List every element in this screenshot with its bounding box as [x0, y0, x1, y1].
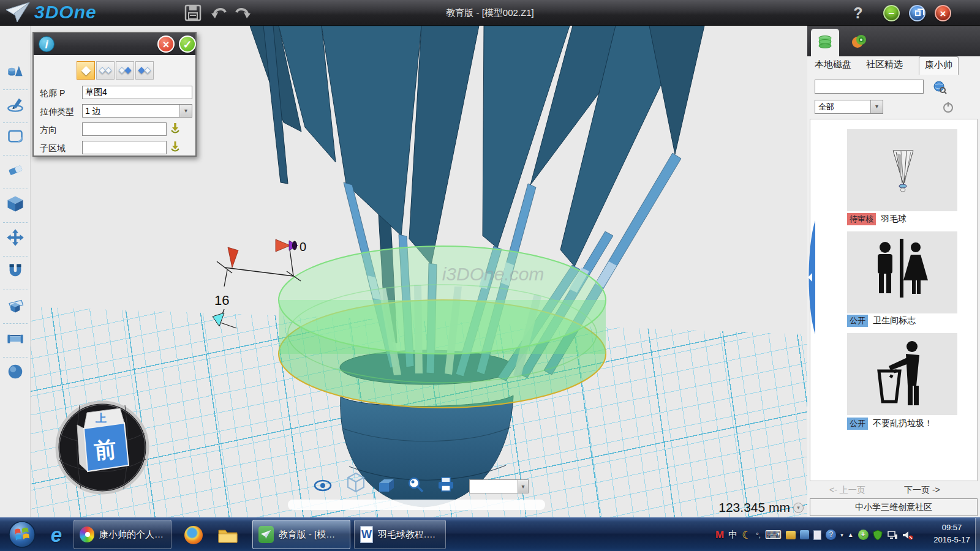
tray-ime-icon[interactable]: 中 — [728, 529, 737, 541]
tray-shield-icon[interactable] — [873, 530, 883, 541]
model-label[interactable]: 卫生间标志 — [873, 315, 916, 326]
tray-document-icon[interactable] — [813, 530, 821, 540]
tool-measure[interactable] — [5, 327, 26, 350]
profile-input[interactable] — [82, 86, 192, 99]
save-icon[interactable] — [184, 4, 202, 22]
next-page-button[interactable]: 下一页 -> — [904, 485, 940, 496]
mode-base-button[interactable] — [77, 61, 95, 80]
tray-360-icon[interactable]: + — [858, 530, 869, 540]
taskbar-window-3done[interactable]: 教育版 - [模型00... — [252, 520, 350, 549]
extrude-dialog: i × ✓ 轮廓 P 拉伸类型 1 边▾ 方向 子区域 — [32, 32, 197, 157]
direction-input[interactable] — [82, 122, 167, 136]
filter-value: 全部 — [818, 102, 834, 111]
tab-user[interactable]: 康小帅 — [919, 56, 959, 75]
firefox-taskbar-icon[interactable] — [181, 523, 206, 547]
search-input[interactable] — [815, 80, 924, 94]
tray-help-icon[interactable]: ? — [826, 530, 836, 540]
model-label[interactable]: 不要乱扔垃圾！ — [873, 418, 933, 429]
view-scale-dropdown[interactable] — [469, 479, 518, 493]
pinwheel-icon — [80, 527, 94, 542]
search-icon[interactable] — [932, 80, 947, 94]
sidebar-collapse-handle[interactable] — [804, 219, 816, 335]
toolbar-separator — [3, 222, 28, 223]
mode-intersect-button[interactable] — [135, 61, 154, 80]
tray-docsearch-icon[interactable] — [800, 530, 809, 539]
mode-add-button[interactable] — [96, 61, 115, 80]
subregion-input[interactable] — [82, 141, 167, 154]
taskbar-clock[interactable]: 09:57 2016-5-17 — [929, 522, 975, 546]
app-logo: 3DOne — [5, 1, 97, 23]
minimize-button[interactable]: − — [883, 5, 900, 21]
subregion-pick-icon[interactable] — [170, 141, 181, 153]
taskbar-window-word[interactable]: W 羽毛球教程.docx ... — [354, 520, 446, 549]
chevron-down-icon[interactable]: ▾ — [870, 100, 883, 113]
tool-sketch-draw[interactable] — [5, 92, 26, 116]
extrude-type-select[interactable]: 1 边▾ — [82, 104, 192, 118]
tool-primitives[interactable] — [5, 59, 26, 83]
model-thumbnail-restroom[interactable] — [847, 231, 957, 313]
database-icon — [816, 34, 834, 51]
extrude-type-value: 1 边 — [85, 106, 101, 116]
visibility-eye-icon[interactable] — [315, 481, 331, 490]
model-caption: 公开 不要乱扔垃圾！ — [847, 418, 933, 430]
tool-move[interactable] — [5, 226, 26, 249]
community-link-button[interactable]: 中小学三维创意社区 — [810, 498, 978, 516]
tool-combine[interactable] — [5, 293, 26, 317]
logo-text: 3DOne — [34, 2, 97, 23]
restore-button[interactable] — [909, 5, 925, 21]
model-thumbnail-shuttlecock[interactable] — [847, 129, 957, 211]
tray-palette-icon[interactable] — [786, 531, 796, 539]
tray-mathtype-icon[interactable]: M — [715, 529, 724, 541]
measurement-expand-icon[interactable]: ▾ — [793, 503, 804, 513]
tab-local-disk[interactable]: 本地磁盘 — [815, 59, 851, 70]
sidebar-top-strip — [807, 26, 980, 56]
viewcube-top-label: 上 — [95, 412, 107, 424]
extrude-type-label: 拉伸类型 — [40, 107, 74, 118]
toolbar-separator — [3, 122, 28, 123]
view-scale-dropdown-arrow[interactable]: ▾ — [518, 479, 529, 493]
tool-special-features[interactable] — [5, 192, 26, 216]
wireframe-cube-icon[interactable] — [348, 473, 364, 492]
prev-page-button[interactable]: <- 上一页 — [829, 485, 865, 496]
tool-eraser[interactable] — [5, 158, 26, 181]
redo-icon[interactable] — [233, 4, 252, 22]
dialog-header[interactable]: i × ✓ — [34, 33, 195, 55]
filter-select[interactable]: 全部▾ — [815, 100, 883, 114]
tab-community-featured[interactable]: 社区精选 — [866, 59, 903, 70]
taskbar-window-label: 教育版 - [模型00... — [279, 529, 344, 541]
community-tab[interactable] — [846, 31, 871, 53]
tool-magnet-constraint[interactable] — [5, 259, 26, 282]
start-button[interactable] — [7, 520, 37, 549]
show-desktop-button[interactable] — [975, 518, 980, 551]
tray-degree-icon[interactable]: °, — [756, 531, 760, 539]
tray-keyboard-icon[interactable]: ⌨ — [765, 528, 782, 542]
direction-pick-icon[interactable] — [170, 122, 181, 135]
help-button[interactable]: ? — [850, 2, 866, 23]
toolbar-separator — [3, 290, 28, 290]
mode-subtract-button[interactable] — [116, 61, 134, 80]
dialog-confirm-button[interactable]: ✓ — [179, 36, 196, 53]
taskbar-window-personal-space[interactable]: 康小帅的个人创... — [74, 520, 172, 549]
tray-network-icon[interactable] — [887, 530, 898, 540]
offset-cone-red — [276, 239, 290, 252]
undo-icon[interactable] — [210, 4, 228, 22]
tool-material-render[interactable] — [5, 360, 26, 383]
tray-volume-muted-icon[interactable] — [902, 530, 913, 540]
close-button[interactable]: × — [935, 5, 951, 21]
model-thumbnail-litter[interactable] — [847, 333, 957, 415]
tray-show-hidden-icon[interactable]: ▲ — [848, 531, 854, 538]
ie-taskbar-icon[interactable]: e — [44, 523, 69, 547]
explorer-taskbar-icon[interactable] — [216, 523, 240, 547]
taskbar-window-label: 羽毛球教程.docx ... — [378, 529, 440, 541]
tray-overflow-icon[interactable]: ▾ — [840, 532, 843, 538]
view-cube[interactable]: 上 前 — [57, 402, 148, 493]
refresh-power-icon[interactable] — [942, 101, 954, 113]
tray-moon-icon[interactable]: ☾ — [742, 528, 752, 542]
library-tab[interactable] — [811, 29, 839, 56]
model-label[interactable]: 羽毛球 — [881, 214, 907, 225]
chevron-down-icon[interactable]: ▾ — [179, 105, 192, 117]
dialog-cancel-button[interactable]: × — [157, 36, 175, 53]
tool-sketch-plane[interactable] — [5, 125, 26, 148]
subregion-label: 子区域 — [40, 143, 66, 154]
community-sphere-icon — [850, 32, 868, 51]
